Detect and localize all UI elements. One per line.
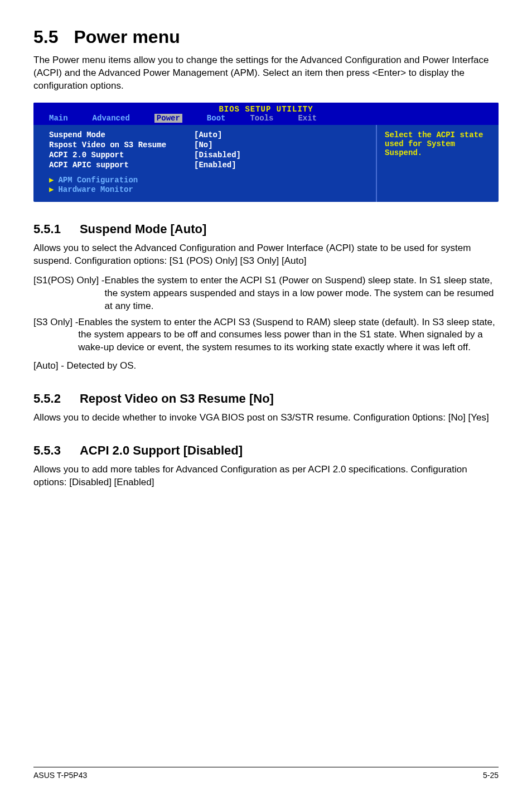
bios-submenu-label: Hardware Monitor xyxy=(58,185,133,194)
bios-tab-tools[interactable]: Tools xyxy=(250,114,273,123)
page-footer: ASUS T-P5P43 5-25 xyxy=(33,767,499,780)
subsection-paragraph: Allows you to add more tables for Advanc… xyxy=(33,463,499,489)
bios-submenu-hardware-monitor[interactable]: ▶Hardware Monitor xyxy=(49,185,367,194)
bios-value: [No] xyxy=(194,141,367,149)
bios-row-repost-video[interactable]: Rspost Video on S3 Resume [No] xyxy=(49,141,367,149)
subsection-number: 5.5.3 xyxy=(33,443,61,457)
subsection-heading-suspend-mode: 5.5.1Suspend Mode [Auto] xyxy=(33,222,499,236)
bios-screenshot: BIOS SETUP UTILITY Main Advanced Power B… xyxy=(33,103,499,202)
bios-label: ACPI APIC support xyxy=(49,161,194,170)
subsection-number: 5.5.2 xyxy=(33,392,61,405)
subsection-paragraph: Allows you to decide whether to invoke V… xyxy=(33,412,499,424)
bios-submenu-apm[interactable]: ▶APM Configuration xyxy=(49,175,367,185)
section-number: 5.5 xyxy=(33,27,58,47)
definition-term: [S3 Only] - xyxy=(33,316,78,355)
triangle-icon: ▶ xyxy=(49,176,54,185)
section-title-text: Power menu xyxy=(74,27,180,47)
bios-row-acpi-2-support[interactable]: ACPI 2.0 Support [Disabled] xyxy=(49,151,367,160)
subsection-heading-repost-video: 5.5.2Repost Video on S3 Resume [No] xyxy=(33,392,499,406)
bios-value: [Disabled] xyxy=(194,151,367,160)
bios-tab-bar: Main Advanced Power Boot Tools Exit xyxy=(33,114,499,125)
bios-label: Rspost Video on S3 Resume xyxy=(49,141,194,149)
definition-s1pos: [S1(POS) Only] - Enables the system to e… xyxy=(33,274,499,313)
subsection-title: Repost Video on S3 Resume [No] xyxy=(80,392,274,405)
definition-desc: Enables the system to enter the ACPI S3 … xyxy=(78,316,499,355)
bios-tab-main[interactable]: Main xyxy=(49,114,68,123)
bios-submenu-label: APM Configuration xyxy=(58,176,138,185)
bios-title: BIOS SETUP UTILITY xyxy=(33,103,499,114)
bios-value: [Enabled] xyxy=(194,161,367,170)
bios-value: [Auto] xyxy=(194,131,367,139)
subsection-paragraph: Allows you to select the Advanced Config… xyxy=(33,242,499,268)
bios-row-suspend-mode[interactable]: Suspend Mode [Auto] xyxy=(49,131,367,139)
subsection-number: 5.5.1 xyxy=(33,222,61,236)
section-heading: 5.5Power menu xyxy=(33,27,499,47)
footer-right: 5-25 xyxy=(483,771,499,780)
triangle-icon: ▶ xyxy=(49,185,54,194)
definition-desc: Enables the system to enter the ACPI S1 … xyxy=(105,274,499,313)
subsection-heading-acpi-support: 5.5.3ACPI 2.0 Support [Disabled] xyxy=(33,443,499,458)
bios-row-acpi-apic-support[interactable]: ACPI APIC support [Enabled] xyxy=(49,161,367,170)
subsection-title: ACPI 2.0 Support [Disabled] xyxy=(80,443,243,457)
intro-paragraph: The Power menu items allow you to change… xyxy=(33,54,499,93)
bios-help-panel: Select the ACPI state used for System Su… xyxy=(376,125,499,202)
definition-term: [S1(POS) Only] - xyxy=(33,274,105,313)
bios-tab-boot[interactable]: Boot xyxy=(207,114,226,123)
bios-label: ACPI 2.0 Support xyxy=(49,151,194,160)
bios-tab-advanced[interactable]: Advanced xyxy=(93,114,130,123)
bios-label: Suspend Mode xyxy=(49,131,194,139)
definition-s3only: [S3 Only] - Enables the system to enter … xyxy=(33,316,499,355)
bios-tab-exit[interactable]: Exit xyxy=(298,114,317,123)
bios-settings-panel: Suspend Mode [Auto] Rspost Video on S3 R… xyxy=(33,125,376,202)
footer-left: ASUS T-P5P43 xyxy=(33,771,87,780)
subsection-title: Suspend Mode [Auto] xyxy=(80,222,206,236)
bios-tab-power[interactable]: Power xyxy=(154,114,182,123)
definition-auto: [Auto] - Detected by OS. xyxy=(33,360,499,373)
